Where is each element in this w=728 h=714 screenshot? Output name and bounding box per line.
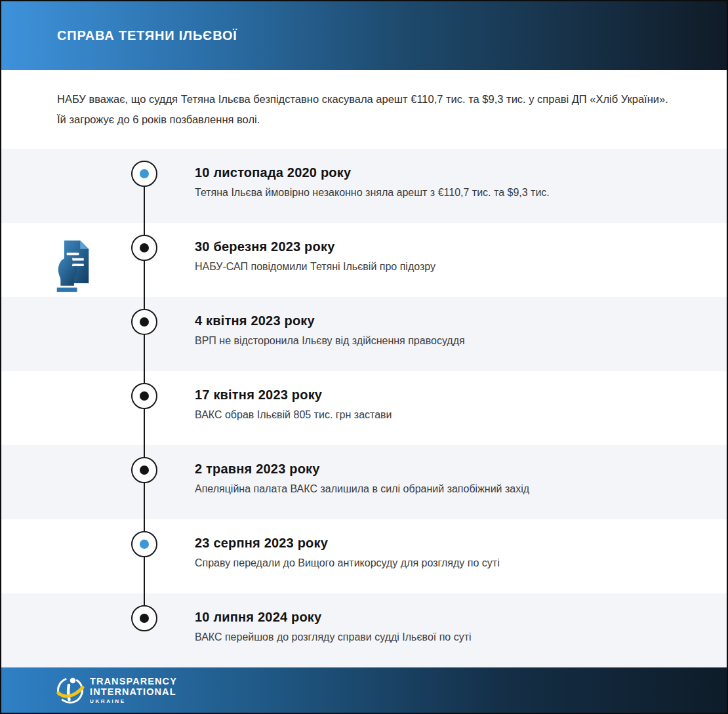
timeline-event: 23 серпня 2023 року Справу передали до В…	[1, 519, 727, 593]
timeline-marker	[131, 457, 157, 483]
marker-dot	[140, 169, 149, 178]
timeline-marker	[131, 531, 157, 557]
event-date: 10 липня 2024 року	[195, 610, 727, 625]
header-bar: СПРАВА ТЕТЯНИ ІЛЬЄВОЇ	[1, 1, 727, 70]
intro-text: НАБУ вважає, що суддя Тетяна Ільєва безп…	[57, 89, 671, 130]
logo-line2: INTERNATIONAL	[90, 686, 177, 697]
event-description: ВАКС обрав Ільєвій 805 тис. грн застави	[195, 409, 727, 421]
timeline-event: 4 квітня 2023 року ВРП не відсторонила І…	[1, 297, 727, 371]
logo-line1: TRANSPARENCY	[90, 676, 177, 686]
page-title: СПРАВА ТЕТЯНИ ІЛЬЄВОЇ	[57, 28, 237, 43]
timeline-event: 10 листопада 2020 року Тетяна Ільєва ймо…	[1, 149, 727, 223]
event-date: 23 серпня 2023 року	[195, 536, 727, 551]
timeline: 10 листопада 2020 року Тетяна Ільєва ймо…	[1, 149, 727, 667]
event-date: 2 травня 2023 року	[195, 462, 727, 477]
event-description: ВАКС перейшов до розгляду справи судді І…	[195, 631, 727, 643]
logo-line3: UKRAINE	[90, 698, 177, 704]
timeline-marker	[131, 235, 157, 261]
timeline-marker	[131, 383, 157, 409]
event-date: 30 березня 2023 року	[195, 239, 727, 254]
timeline-marker	[131, 161, 157, 187]
hand-document-icon	[54, 238, 92, 293]
marker-dot	[140, 243, 149, 252]
globe-person-icon	[56, 676, 85, 705]
marker-dot	[140, 391, 149, 401]
event-description: Апеляційна палата ВАКС залишила в силі о…	[195, 483, 727, 495]
footer-bar: TRANSPARENCY INTERNATIONAL UKRAINE	[1, 667, 727, 713]
event-date: 17 квітня 2023 року	[195, 387, 727, 403]
timeline-event: 30 березня 2023 року НАБУ-САП повідомили…	[1, 223, 727, 297]
timeline-marker	[131, 309, 157, 335]
timeline-event: 10 липня 2024 року ВАКС перейшов до розг…	[1, 593, 727, 667]
infographic-frame: СПРАВА ТЕТЯНИ ІЛЬЄВОЇ НАБУ вважає, що су…	[0, 0, 728, 714]
transparency-international-logo: TRANSPARENCY INTERNATIONAL UKRAINE	[56, 676, 177, 705]
timeline-event: 17 квітня 2023 року ВАКС обрав Ільєвій 8…	[1, 371, 727, 445]
marker-dot	[140, 614, 149, 623]
timeline-marker	[131, 605, 157, 631]
event-date: 4 квітня 2023 року	[195, 313, 727, 328]
event-date: 10 листопада 2020 року	[195, 165, 727, 180]
marker-dot	[140, 466, 149, 475]
timeline-event: 2 травня 2023 року Апеляційна палата ВАК…	[1, 445, 727, 519]
intro-section: НАБУ вважає, що суддя Тетяна Ільєва безп…	[1, 70, 727, 149]
marker-dot	[140, 317, 149, 327]
marker-dot	[140, 540, 149, 549]
event-description: НАБУ-САП повідомили Тетяні Ільєвій про п…	[195, 261, 727, 273]
event-description: Справу передали до Вищого антикорсуду дл…	[195, 557, 727, 569]
event-description: ВРП не відсторонила Ільєву від здійсненн…	[195, 335, 727, 347]
event-description: Тетяна Ільєва ймовірно незаконно зняла а…	[195, 187, 727, 199]
